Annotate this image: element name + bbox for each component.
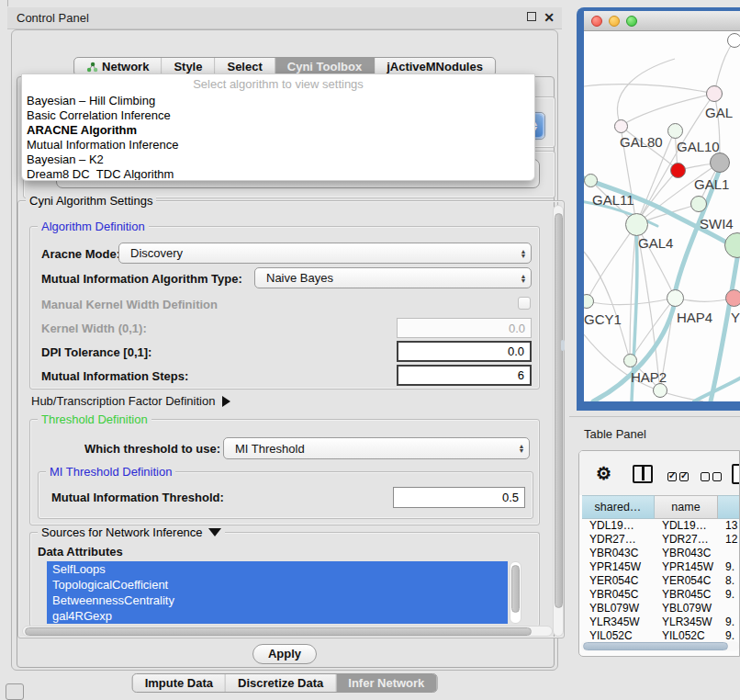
network-node[interactable] <box>667 289 684 307</box>
node-label: GAL <box>705 105 733 120</box>
algorithm-option[interactable]: Basic Correlation Inference <box>22 108 534 123</box>
table-cell: YBR045C <box>655 588 718 602</box>
network-node[interactable] <box>706 85 723 102</box>
gear-icon[interactable]: ⚙ <box>596 463 611 484</box>
deselect-all-icon[interactable] <box>701 469 724 485</box>
network-node[interactable] <box>725 289 740 307</box>
minimize-traffic-icon[interactable] <box>609 16 620 27</box>
network-node[interactable] <box>690 196 707 212</box>
table-cell: YBL079W <box>582 602 655 615</box>
column-header-a[interactable]: A <box>718 495 740 519</box>
control-panel-body: ▲▼ ▲▼ NetworkStyleSelectCyni ToolboxjAct… <box>11 29 558 671</box>
table-cell: 8. <box>718 574 740 588</box>
splitter-handle[interactable] <box>561 340 565 351</box>
aracne-mode-combobox[interactable]: Discovery ▲▼ <box>118 243 532 264</box>
algorithm-option[interactable]: ARACNE Algorithm <box>22 123 534 138</box>
network-node[interactable] <box>623 354 637 367</box>
table-cell: YBR043C <box>582 547 655 560</box>
attributes-list-scrollbar[interactable] <box>510 561 521 624</box>
table-horizontal-scrollbar[interactable] <box>581 641 739 651</box>
table-row[interactable]: YDL19…YDL19…13 <box>579 519 740 533</box>
network-window-titlebar[interactable] <box>584 11 740 31</box>
table-toolbar: ⚙ <box>579 451 740 495</box>
algorithm-option[interactable]: Dream8 DC_TDC Algorithm <box>22 167 534 181</box>
network-node[interactable] <box>670 163 686 178</box>
close-traffic-icon[interactable] <box>591 16 602 27</box>
stepper-arrows-icon: ▲▼ <box>516 243 531 263</box>
table-row[interactable]: YBR045CYBR045C9. <box>579 588 740 602</box>
network-node[interactable] <box>653 383 667 398</box>
tab-label: Discretize Data <box>238 676 323 690</box>
network-node[interactable] <box>727 33 740 48</box>
tab-impute-data[interactable]: Impute Data <box>133 674 226 692</box>
table-cell: YER054C <box>655 574 718 588</box>
network-window-frame[interactable]: GALGAL80GAL10GAL1GAL11SWI4GAL4GCY1HAP4YH… <box>577 7 740 411</box>
select-all-icon[interactable] <box>667 469 691 485</box>
algorithm-option[interactable]: Mutual Information Inference <box>22 138 534 152</box>
minimized-panel-icon[interactable] <box>6 683 24 700</box>
table-row[interactable]: YBR043CYBR043C <box>579 547 740 560</box>
close-icon[interactable]: ✕ <box>544 12 555 23</box>
table-row[interactable]: YIL052CYIL052C9. <box>579 629 740 639</box>
cyni-algorithm-settings-group: Cyni Algorithm Settings Algorithm Defini… <box>17 200 565 638</box>
apply-button[interactable]: Apply <box>252 644 317 664</box>
network-icon <box>86 62 98 73</box>
kernel-width-label: Kernel Width (0,1): <box>41 322 147 335</box>
control-panel: Control Panel ✕ ▲▼ ▲▼ NetworkStyleSelect… <box>7 7 562 671</box>
data-attributes-list[interactable]: SelfLoopsTopologicalCoefficientBetweenne… <box>47 561 508 624</box>
tab-discretize-data[interactable]: Discretize Data <box>226 674 336 692</box>
stepper-arrows-icon: ▲▼ <box>516 268 531 288</box>
table-row[interactable]: YLR345WYLR345W9. <box>579 615 740 629</box>
tab-infer-network[interactable]: Infer Network <box>336 674 436 692</box>
table-row[interactable]: YER054CYER054C8. <box>579 574 740 588</box>
table-row[interactable]: YBL079WYBL079W <box>579 602 740 615</box>
zoom-traffic-icon[interactable] <box>626 16 637 27</box>
mi-algorithm-type-combobox[interactable]: Naive Bayes ▲▼ <box>254 267 532 288</box>
node-label: HAP2 <box>631 369 667 385</box>
network-canvas[interactable]: GALGAL80GAL10GAL1GAL11SWI4GAL4GCY1HAP4YH… <box>584 31 740 401</box>
algorithm-option[interactable]: Bayesian – Hill Climbing <box>22 94 534 108</box>
table-cell: 9. <box>718 560 740 574</box>
attribute-list-item[interactable]: BetweennessCentrality <box>47 593 508 608</box>
table-cell: YDR27… <box>655 533 718 547</box>
mi-algorithm-type-value: Naive Bayes <box>255 271 516 285</box>
network-node[interactable] <box>614 119 628 133</box>
network-node[interactable] <box>710 152 730 173</box>
algorithm-dropdown-popup: Select algorithm to view settings Bayesi… <box>21 73 535 181</box>
manual-kernel-width-checkbox[interactable] <box>518 297 531 310</box>
network-node[interactable] <box>667 123 683 139</box>
settings-vertical-scrollbar[interactable] <box>553 205 564 637</box>
stepper-arrows-icon: ▲▼ <box>514 438 529 458</box>
tab-label: Impute Data <box>145 676 213 690</box>
bottom-tabs: Impute DataDiscretize DataInfer Network <box>132 673 438 693</box>
table-cell: YBR043C <box>655 547 718 560</box>
window-edge-tick <box>7 0 8 6</box>
which-threshold-combobox[interactable]: MI Threshold ▲▼ <box>223 437 530 459</box>
column-header-shared[interactable]: shared… <box>582 495 655 519</box>
algorithm-option[interactable]: Bayesian – K2 <box>22 152 534 167</box>
attribute-list-item[interactable]: TopologicalCoefficient <box>47 577 508 593</box>
export-table-icon[interactable] <box>732 464 740 484</box>
table-cell: YBL079W <box>655 602 718 615</box>
column-split-icon[interactable] <box>633 465 653 483</box>
attribute-list-item[interactable]: SelfLoops <box>47 561 508 577</box>
table-row[interactable]: YPR145WYPR145W9. <box>579 560 740 574</box>
float-window-icon[interactable] <box>527 12 536 21</box>
sources-group-header[interactable]: Sources for Network Inference <box>38 525 225 539</box>
hub-definition-expander[interactable]: Hub/Transcription Factor Definition <box>31 394 230 408</box>
kernel-width-field[interactable]: 0.0 <box>397 318 532 338</box>
settings-horizontal-scrollbar[interactable] <box>22 626 553 637</box>
mi-threshold-definition-title: MI Threshold Definition <box>46 465 175 479</box>
mi-steps-field[interactable]: 6 <box>397 365 532 386</box>
attribute-list-item[interactable]: gal4RGexp <box>47 608 508 624</box>
column-header-name[interactable]: name <box>655 495 718 519</box>
table-scrollbar-thumb[interactable] <box>583 642 728 650</box>
table-cell: YLR345W <box>655 615 718 629</box>
table-row[interactable]: YDR27…YDR27…12 <box>579 533 740 547</box>
collapse-arrow-icon <box>208 528 221 536</box>
network-node[interactable] <box>584 174 598 187</box>
mi-threshold-field[interactable]: 0.5 <box>393 487 525 508</box>
algorithm-popup-placeholder: Select algorithm to view settings <box>22 74 534 94</box>
dpi-tolerance-field[interactable]: 0.0 <box>397 341 532 362</box>
network-node[interactable] <box>625 213 648 236</box>
